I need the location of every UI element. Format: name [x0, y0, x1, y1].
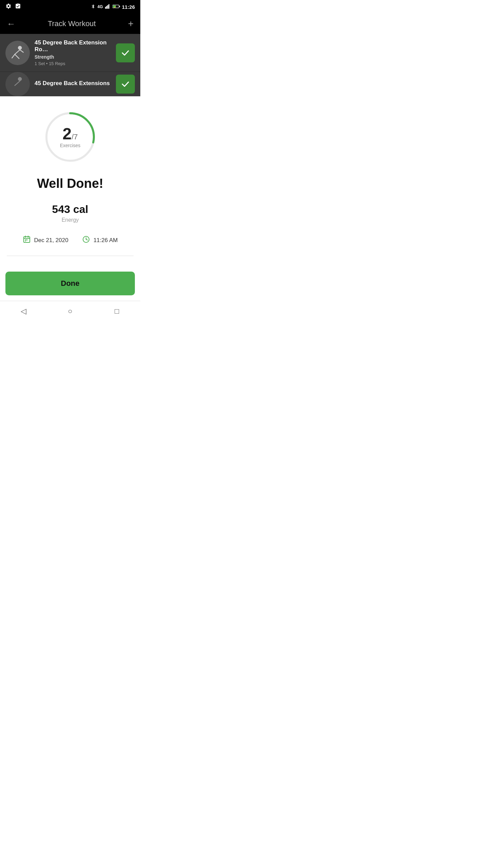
circle-inner: 2 /7 Exercises — [60, 126, 81, 148]
workout-time: 11:26 AM — [94, 237, 118, 244]
exercise-label: Exercises — [60, 143, 81, 148]
status-bar-left — [5, 3, 21, 11]
status-bar-right: 4G ⚡ 11:26 — [91, 3, 135, 11]
exercise-info-2: 45 Degree Back Extensions — [35, 80, 111, 88]
page-title: Track Workout — [48, 19, 96, 28]
svg-rect-1 — [106, 6, 107, 8]
exercise-info-1: 45 Degree Back Extension Ro… Strength 1 … — [35, 39, 111, 66]
exercise-avatar-1 — [5, 41, 30, 65]
clock-icon — [82, 235, 90, 245]
status-time: 11:26 — [122, 4, 135, 10]
well-done-text: Well Done! — [37, 176, 103, 191]
meta-row: Dec 21, 2020 11:26 AM — [23, 235, 118, 245]
svg-rect-2 — [107, 5, 108, 9]
stat-energy-label: Energy — [52, 217, 88, 223]
clipboard-icon — [15, 3, 21, 11]
section-divider — [7, 256, 134, 256]
exercise-name-1: 45 Degree Back Extension Ro… — [35, 39, 111, 53]
exercise-meta-1: 1 Set • 15 Reps — [35, 61, 111, 66]
settings-icon — [5, 3, 12, 11]
exercise-type-1: Strength — [35, 54, 111, 60]
svg-line-12 — [20, 50, 23, 52]
svg-rect-6 — [119, 5, 120, 7]
done-section: Done — [0, 266, 140, 301]
svg-point-13 — [18, 77, 22, 81]
exercise-name-2: 45 Degree Back Extensions — [35, 80, 111, 87]
svg-rect-0 — [105, 7, 106, 8]
exercise-current: 2 — [62, 126, 72, 142]
svg-line-10 — [12, 54, 15, 58]
exercise-card-2: 45 Degree Back Extensions — [0, 72, 140, 96]
nav-recent-button[interactable]: □ — [110, 304, 124, 318]
exercise-card-1: 45 Degree Back Extension Ro… Strength 1 … — [0, 34, 140, 72]
calendar-icon — [23, 235, 31, 245]
main-section: 2 /7 Exercises Well Done! 543 cal Energy — [0, 96, 140, 266]
svg-line-11 — [15, 54, 19, 59]
svg-point-8 — [18, 46, 22, 50]
nav-home-button[interactable]: ○ — [63, 304, 77, 318]
time-item: 11:26 AM — [82, 235, 118, 245]
signal-4g-icon: 4G — [98, 4, 103, 9]
workout-date: Dec 21, 2020 — [34, 237, 68, 244]
nav-back-button[interactable]: ◁ — [17, 304, 30, 318]
svg-rect-23 — [25, 241, 26, 241]
svg-line-9 — [15, 50, 20, 54]
stat-calories: 543 cal — [52, 203, 88, 216]
top-nav: ← Track Workout + — [0, 14, 140, 34]
svg-line-26 — [86, 239, 87, 240]
complete-exercise-1-button[interactable] — [116, 43, 135, 62]
svg-rect-21 — [25, 239, 26, 240]
done-button[interactable]: Done — [5, 272, 135, 295]
date-item: Dec 21, 2020 — [23, 235, 68, 245]
signal-bars-icon — [105, 4, 110, 10]
exercise-avatar-2 — [5, 72, 30, 96]
bottom-nav: ◁ ○ □ — [0, 301, 140, 321]
svg-rect-22 — [26, 239, 27, 240]
complete-exercise-2-button[interactable] — [116, 75, 135, 94]
exercise-total: /7 — [72, 133, 78, 141]
battery-icon: ⚡ — [113, 4, 120, 10]
bluetooth-icon — [91, 3, 96, 11]
svg-text:⚡: ⚡ — [114, 5, 116, 8]
back-button[interactable]: ← — [7, 19, 16, 29]
status-bar: 4G ⚡ 11:26 — [0, 0, 140, 14]
add-button[interactable]: + — [128, 18, 134, 29]
svg-rect-3 — [108, 4, 109, 8]
progress-circle: 2 /7 Exercises — [43, 110, 97, 164]
svg-line-14 — [15, 81, 20, 85]
stat-block: 543 cal Energy — [52, 203, 88, 223]
